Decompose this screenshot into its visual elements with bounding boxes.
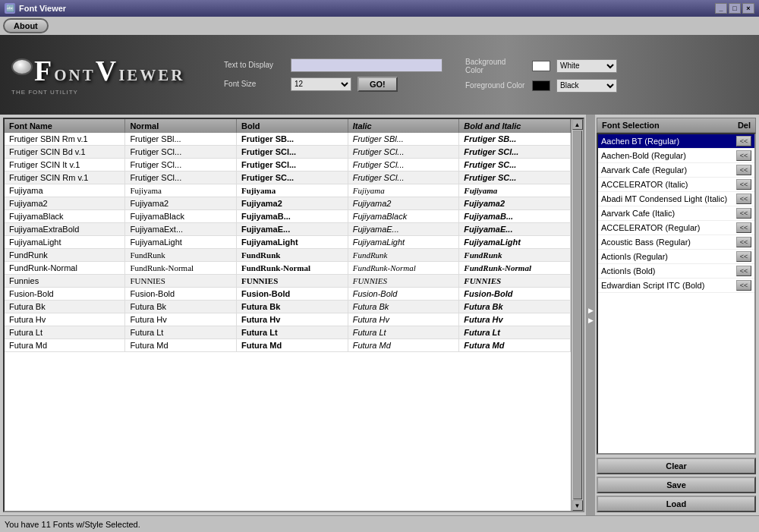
table-row[interactable]: Futura HvFutura HvFutura HvFutura HvFutu… [5, 313, 571, 326]
font-sel-remove-button[interactable]: << [736, 165, 751, 175]
font-sel-item[interactable]: Aachen-Bold (Regular)<< [598, 149, 754, 163]
bg-color-select[interactable]: White Black Red Blue Yellow [556, 59, 617, 73]
cell-normal: Frutiger SCl... [125, 159, 237, 172]
close-button[interactable]: × [742, 3, 754, 14]
maximize-button[interactable]: □ [729, 3, 741, 14]
cell-bold: FujiyamaLight [237, 236, 348, 249]
cell-italic: Fujiyama2 [348, 197, 459, 210]
right-panel-header: Font Selection Del [597, 118, 756, 133]
font-sel-item[interactable]: Aachen BT (Regular)<< [598, 134, 754, 149]
cell-normal: FujiyamaExt... [125, 223, 237, 236]
font-sel-remove-button[interactable]: << [736, 179, 751, 190]
font-sel-item-name: Aarvark Cafe (Regular) [601, 165, 735, 175]
cell-italic: Futura Hv [348, 313, 459, 326]
font-sel-remove-button[interactable]: << [736, 251, 751, 262]
font-sel-item[interactable]: ACCELERATOR (Regular)<< [598, 221, 754, 235]
cell-bold-italic: FujiyamaE... [459, 223, 571, 236]
scroll-thumb[interactable] [573, 131, 582, 499]
col-header-name: Font Name [5, 119, 125, 133]
cell-italic: Fusion-Bold [348, 288, 459, 301]
bg-color-label: Background Color [465, 58, 526, 74]
col-header-normal: Normal [125, 119, 237, 133]
cell-bold: FujiyamaE... [237, 223, 348, 236]
go-button[interactable]: GO! [357, 77, 398, 92]
cell-font-name: Futura Lt [5, 326, 125, 339]
cell-bold-italic: FundRunk [459, 249, 571, 262]
font-sel-item[interactable]: ACCELERATOR (Italic)<< [598, 178, 754, 192]
table-row[interactable]: Fusion-BoldFusion-BoldFusion-BoldFusion-… [5, 288, 571, 301]
cell-bold-italic: Frutiger SB... [459, 133, 571, 146]
font-sel-item[interactable]: Aarvark Cafe (Italic)<< [598, 206, 754, 221]
font-sel-item[interactable]: Aarvark Cafe (Regular)<< [598, 163, 754, 178]
right-panel-del-label: Del [733, 118, 755, 132]
table-row[interactable]: Frutiger SCIN It v.1Frutiger SCl...Fruti… [5, 159, 571, 172]
font-sel-item[interactable]: ActionIs (Bold)<< [598, 264, 754, 279]
table-row[interactable]: Futura MdFutura MdFutura MdFutura MdFutu… [5, 339, 571, 352]
table-row[interactable]: Frutiger SCIN Bd v.1Frutiger SCl...Fruti… [5, 146, 571, 159]
table-row[interactable]: Frutiger SCIN Rm v.1Frutiger SCl...Fruti… [5, 172, 571, 184]
save-button[interactable]: Save [597, 477, 756, 493]
cell-bold-italic: Futura Md [459, 339, 571, 352]
font-size-label: Font Size [224, 80, 285, 88]
font-sel-remove-button[interactable]: << [736, 136, 751, 146]
cell-normal: Futura Lt [125, 326, 237, 339]
table-header-row: Font Name Normal Bold Italic Bold and It… [5, 119, 571, 133]
panel-divider[interactable]: ▶ ▶ [586, 115, 595, 515]
cell-font-name: Funnies [5, 275, 125, 288]
font-sel-remove-button[interactable]: << [736, 194, 751, 204]
font-sel-item-name: ACCELERATOR (Regular) [601, 223, 735, 232]
table-row[interactable]: Frutiger SBIN Rm v.1Frutiger SBl...Fruti… [5, 133, 571, 146]
right-panel-title: Font Selection [597, 118, 733, 132]
font-sel-item[interactable]: Abadi MT Condensed Light (Italic)<< [598, 192, 754, 206]
font-sel-remove-button[interactable]: << [736, 150, 751, 161]
cell-italic: Frutiger SCl... [348, 159, 459, 172]
clear-button[interactable]: Clear [597, 458, 756, 474]
fg-color-select[interactable]: Black White Red Blue [556, 79, 617, 93]
table-row[interactable]: FujiyamaFujiyamaFujiyamaFujiyamaFujiyama [5, 184, 571, 197]
font-sel-remove-button[interactable]: << [736, 280, 751, 291]
cell-font-name: FundRunk [5, 249, 125, 262]
font-sel-remove-button[interactable]: << [736, 266, 751, 276]
logo-lens [11, 58, 33, 75]
cell-italic: Frutiger SCl... [348, 146, 459, 159]
cell-italic: Futura Bk [348, 301, 459, 313]
main-area: Font Name Normal Bold Italic Bold and It… [0, 115, 759, 515]
cell-bold: Fujiyama [237, 184, 348, 197]
font-sel-item[interactable]: ActionIs (Regular)<< [598, 250, 754, 264]
cell-bold-italic: Futura Hv [459, 313, 571, 326]
scroll-down-button[interactable]: ▼ [572, 500, 583, 511]
about-button[interactable]: About [3, 18, 49, 33]
cell-bold-italic: Fujiyama [459, 184, 571, 197]
title-bar-text: Font Viewer [19, 4, 66, 13]
table-row[interactable]: FunniesFUNNIESFUNNIESFUNNIESFUNNIES [5, 275, 571, 288]
cell-font-name: Fusion-Bold [5, 288, 125, 301]
table-row[interactable]: FujiyamaExtraBoldFujiyamaExt...FujiyamaE… [5, 223, 571, 236]
table-row[interactable]: FundRunk-NormalFundRunk-NormalFundRunk-N… [5, 262, 571, 275]
cell-bold-italic: Frutiger SC... [459, 172, 571, 184]
font-sel-item-name: ACCELERATOR (Italic) [601, 180, 735, 189]
font-sel-item[interactable]: Acoustic Bass (Regular)<< [598, 235, 754, 250]
font-selection-list: Aachen BT (Regular)<<Aachen-Bold (Regula… [597, 133, 756, 455]
cell-italic: FUNNIES [348, 275, 459, 288]
col-header-bold: Bold [237, 119, 348, 133]
table-row[interactable]: Futura LtFutura LtFutura LtFutura LtFutu… [5, 326, 571, 339]
font-sel-remove-button[interactable]: << [736, 222, 751, 233]
table-row[interactable]: FundRunkFundRunkFundRunkFundRunkFundRunk [5, 249, 571, 262]
vertical-scrollbar[interactable]: ▲ ▼ [571, 119, 583, 511]
font-sel-remove-button[interactable]: << [736, 208, 751, 219]
text-display-input[interactable] [291, 58, 442, 72]
cell-font-name: Frutiger SCIN It v.1 [5, 159, 125, 172]
title-bar: 🔤 Font Viewer _ □ × [0, 0, 759, 17]
table-row[interactable]: FujiyamaBlackFujiyamaBlackFujiyamaB...Fu… [5, 210, 571, 223]
scroll-up-button[interactable]: ▲ [572, 119, 583, 130]
table-row[interactable]: Futura BkFutura BkFutura BkFutura BkFutu… [5, 301, 571, 313]
cell-font-name: Futura Hv [5, 313, 125, 326]
minimize-button[interactable]: _ [715, 3, 727, 14]
font-sel-remove-button[interactable]: << [736, 237, 751, 247]
font-size-select[interactable]: 12 14 16 18 24 36 48 72 [291, 77, 351, 91]
table-row[interactable]: Fujiyama2Fujiyama2Fujiyama2Fujiyama2Fuji… [5, 197, 571, 210]
table-row[interactable]: FujiyamaLightFujiyamaLightFujiyamaLightF… [5, 236, 571, 249]
font-sel-item-name: ActionIs (Bold) [601, 266, 735, 275]
load-button[interactable]: Load [597, 496, 756, 512]
font-sel-item[interactable]: Edwardian Script ITC (Bold)<< [598, 279, 754, 293]
